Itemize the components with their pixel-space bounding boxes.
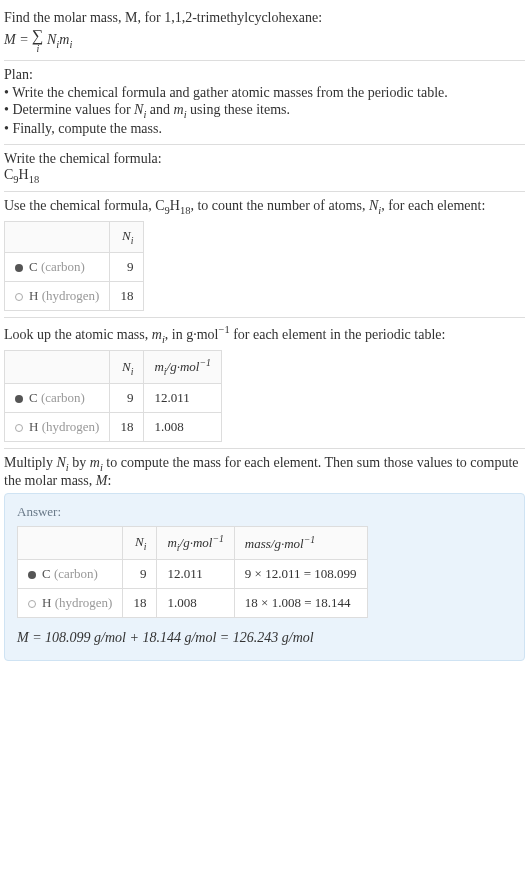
table-header-row: Ni mi/g·mol−1 mass/g·mol−1	[18, 527, 368, 560]
step3-text: Look up the atomic mass, mi, in g·mol−1 …	[4, 324, 525, 344]
ni-cell: 9	[110, 384, 144, 413]
question-block: Find the molar mass, M, for 1,1,2-trimet…	[4, 4, 525, 61]
table-row: H (hydrogen) 18 1.008 18 × 1.008 = 18.14…	[18, 589, 368, 618]
step4-text: Multiply Ni by mi to compute the mass fo…	[4, 455, 525, 489]
mass-cell: 9 × 12.011 = 108.099	[234, 560, 367, 589]
step1-heading: Write the chemical formula:	[4, 151, 525, 167]
mi-cell: 1.008	[157, 589, 234, 618]
atom-count-table: Ni C (carbon) 9 H (hydrogen) 18	[4, 221, 144, 311]
step2-text: Use the chemical formula, C9H18, to coun…	[4, 198, 525, 216]
col-ni: Ni	[110, 351, 144, 384]
carbon-dot-icon	[15, 395, 23, 403]
ni-cell: 9	[123, 560, 157, 589]
ni-cell: 18	[123, 589, 157, 618]
col-mi: mi/g·mol−1	[157, 527, 234, 560]
mi-cell: 12.011	[157, 560, 234, 589]
molar-mass-formula: M = ∑i Nimi	[4, 28, 525, 54]
mi-cell: 12.011	[144, 384, 221, 413]
carbon-dot-icon	[15, 264, 23, 272]
table-header-row: Ni mi/g·mol−1	[5, 351, 222, 384]
formula-Ni: Nimi	[44, 32, 73, 47]
col-mass: mass/g·mol−1	[234, 527, 367, 560]
answer-table: Ni mi/g·mol−1 mass/g·mol−1 C (carbon) 9 …	[17, 526, 368, 618]
mi-cell: 1.008	[144, 413, 221, 442]
element-cell: C (carbon)	[5, 384, 110, 413]
ni-cell: 18	[110, 413, 144, 442]
formula-prefix: M =	[4, 32, 32, 47]
atomic-mass-table: Ni mi/g·mol−1 C (carbon) 9 12.011 H (hyd…	[4, 350, 222, 442]
step-count-atoms: Use the chemical formula, C9H18, to coun…	[4, 192, 525, 318]
col-element	[5, 351, 110, 384]
element-cell: H (hydrogen)	[5, 281, 110, 310]
col-element	[5, 222, 110, 253]
col-mi: mi/g·mol−1	[144, 351, 221, 384]
plan-item-2: • Determine values for Ni and mi using t…	[4, 102, 525, 120]
element-cell: H (hydrogen)	[5, 413, 110, 442]
plan-block: Plan: • Write the chemical formula and g…	[4, 61, 525, 145]
question-line1: Find the molar mass, M, for 1,1,2-trimet…	[4, 10, 322, 25]
plan-item-1: • Write the chemical formula and gather …	[4, 85, 525, 101]
col-ni: Ni	[123, 527, 157, 560]
ni-cell: 18	[110, 281, 144, 310]
table-row: C (carbon) 9 12.011	[5, 384, 222, 413]
sigma-symbol: ∑	[32, 27, 43, 44]
element-cell: C (carbon)	[5, 252, 110, 281]
ni-cell: 9	[110, 252, 144, 281]
chemical-formula: C9H18	[4, 167, 525, 185]
plan-item-3: • Finally, compute the mass.	[4, 121, 525, 137]
step-compute-mass: Multiply Ni by mi to compute the mass fo…	[4, 449, 525, 667]
table-row: H (hydrogen) 18	[5, 281, 144, 310]
table-row: C (carbon) 9	[5, 252, 144, 281]
element-cell: C (carbon)	[18, 560, 123, 589]
var-Ni: Ni	[369, 198, 381, 213]
answer-box: Answer: Ni mi/g·mol−1 mass/g·mol−1 C (ca…	[4, 493, 525, 661]
sigma-index: i	[32, 44, 43, 54]
final-result: M = 108.099 g/mol + 18.144 g/mol = 126.2…	[17, 630, 512, 646]
question-text: Find the molar mass, M, for 1,1,2-trimet…	[4, 10, 525, 26]
step-atomic-mass: Look up the atomic mass, mi, in g·mol−1 …	[4, 318, 525, 449]
element-cell: H (hydrogen)	[18, 589, 123, 618]
plan-heading: Plan:	[4, 67, 525, 83]
hydrogen-dot-icon	[15, 424, 23, 432]
table-header-row: Ni	[5, 222, 144, 253]
plan-list: • Write the chemical formula and gather …	[4, 85, 525, 137]
step-chemical-formula: Write the chemical formula: C9H18	[4, 145, 525, 192]
col-ni: Ni	[110, 222, 144, 253]
var-Ni: Ni	[134, 102, 146, 117]
table-row: H (hydrogen) 18 1.008	[5, 413, 222, 442]
carbon-dot-icon	[28, 571, 36, 579]
sigma-sum: ∑i	[32, 28, 43, 54]
col-element	[18, 527, 123, 560]
hydrogen-dot-icon	[15, 293, 23, 301]
var-mi: mi	[174, 102, 187, 117]
hydrogen-dot-icon	[28, 600, 36, 608]
mass-cell: 18 × 1.008 = 18.144	[234, 589, 367, 618]
answer-label: Answer:	[17, 504, 512, 520]
table-row: C (carbon) 9 12.011 9 × 12.011 = 108.099	[18, 560, 368, 589]
